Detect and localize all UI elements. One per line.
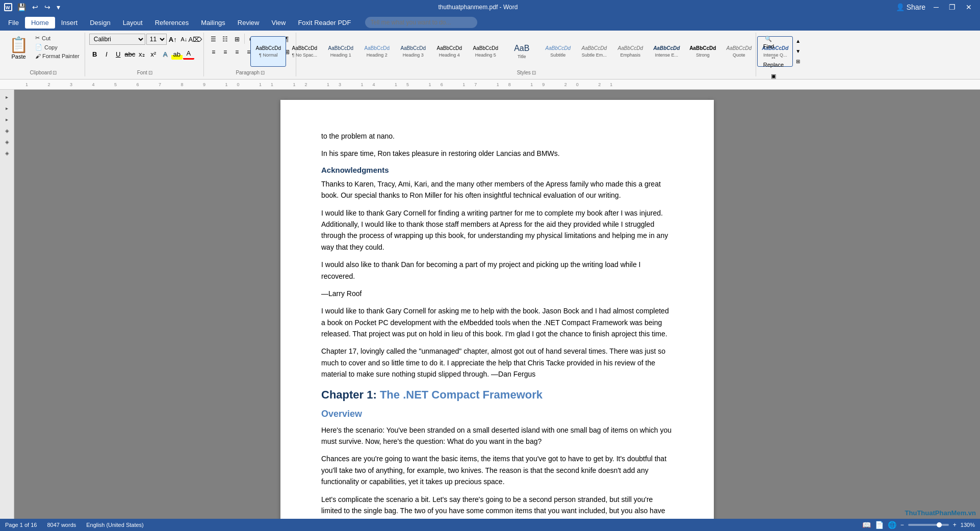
menu-foxit[interactable]: Foxit Reader PDF	[292, 17, 357, 29]
page-container[interactable]: to the problem at nano. In his spare tim…	[14, 90, 980, 519]
expand-paragraph-icon[interactable]: ⊡	[261, 70, 265, 75]
clipboard-small-buttons: ✂ Cut 📄 Copy 🖌 Format Painter	[33, 34, 82, 69]
expand-styles-button[interactable]: ⊞	[794, 57, 802, 66]
style-no-spacing[interactable]: AaBbCcDd ¶ No Spac...	[287, 36, 322, 67]
font-size-select[interactable]: 11 12 14 16	[146, 34, 167, 45]
scroll-down-button[interactable]: ▼	[794, 47, 802, 56]
style-heading2[interactable]: AaBbCcDd Heading 2	[359, 36, 395, 67]
document-area: ▸ ▸ ▸ ◈ ◈ ◈ to the problem at nano. In h…	[0, 90, 980, 519]
menu-bar: File Home Insert Design Layout Reference…	[0, 14, 980, 31]
font-name-select[interactable]: Calibri Arial Times New Roman	[89, 34, 145, 45]
style-subtitle[interactable]: AaBbCcDd Subtitle	[540, 36, 576, 67]
menu-design[interactable]: Design	[84, 17, 116, 29]
style-title[interactable]: AaB Title	[504, 36, 539, 67]
page-indicator[interactable]: Page 1 of 16	[5, 522, 37, 528]
style-normal[interactable]: AaBbCcDd ¶ Normal	[250, 36, 286, 67]
style-strong[interactable]: AaBbCcDd Strong	[685, 36, 720, 67]
style-intense-emphasis[interactable]: AaBbCcDd Intense E...	[649, 36, 684, 67]
paste-button[interactable]: 📋 Paste	[5, 34, 32, 69]
sidebar-nav-3[interactable]: ▸	[2, 114, 12, 124]
styles-label: Styles ⊡	[517, 70, 536, 75]
redo-button[interactable]: ↪	[42, 2, 53, 12]
styles-group: AaBbCcDd ¶ Normal AaBbCcDd ¶ No Spac... …	[297, 33, 756, 76]
sidebar-nav-1[interactable]: ▸	[2, 92, 12, 102]
style-emphasis[interactable]: AaBbCcDd Emphasis	[612, 36, 648, 67]
copy-button[interactable]: 📄 Copy	[33, 43, 82, 51]
bold-button[interactable]: B	[89, 48, 100, 60]
word-icon: W	[4, 3, 12, 11]
align-right-button[interactable]: ≡	[231, 46, 243, 58]
view-web-button[interactable]: 🌐	[888, 521, 896, 529]
style-quote[interactable]: AaBbCcDd Quote	[721, 36, 757, 67]
menu-insert[interactable]: Insert	[55, 17, 84, 29]
doc-para-1: In his spare time, Ron takes pleasure in…	[321, 148, 673, 159]
font-color-button[interactable]: A	[183, 48, 194, 60]
zoom-level[interactable]: 130%	[961, 522, 975, 528]
menu-references[interactable]: References	[149, 17, 195, 29]
undo-button[interactable]: ↩	[30, 2, 40, 12]
strikethrough-button[interactable]: abc	[124, 48, 136, 60]
zoom-slider[interactable]	[908, 524, 949, 526]
shrink-font-button[interactable]: A↓	[179, 34, 189, 44]
style-subtle-emphasis[interactable]: AaBbCcDd Subtle Em...	[576, 36, 612, 67]
zoom-out-button[interactable]: −	[900, 521, 904, 528]
replace-button[interactable]: ↔ Replace	[760, 52, 787, 70]
cut-button[interactable]: ✂ Cut	[33, 34, 82, 42]
styles-content: AaBbCcDd ¶ Normal AaBbCcDd ¶ No Spac... …	[250, 34, 802, 69]
font-label: Font ⊡	[137, 70, 152, 75]
italic-button[interactable]: I	[101, 48, 112, 60]
sidebar-nav-6[interactable]: ◈	[2, 148, 12, 158]
zoom-thumb	[937, 522, 942, 527]
bullets-button[interactable]: ☰	[208, 34, 219, 45]
paste-label: Paste	[11, 54, 25, 60]
view-print-button[interactable]: 📄	[875, 521, 884, 529]
expand-clipboard-icon[interactable]: ⊡	[53, 70, 57, 75]
underline-button[interactable]: U	[113, 48, 124, 60]
style-heading1[interactable]: AaBbCcDd Heading 1	[323, 36, 358, 67]
restore-button[interactable]: ❐	[945, 2, 960, 12]
doc-para-8: Here's the scenario: You've been strande…	[321, 424, 673, 447]
menu-mailings[interactable]: Mailings	[195, 17, 231, 29]
menu-review[interactable]: Review	[231, 17, 266, 29]
expand-styles-icon[interactable]: ⊡	[532, 70, 536, 75]
multilevel-button[interactable]: ⊞	[231, 34, 243, 45]
style-heading5[interactable]: AaBbCcDd Heading 5	[468, 36, 503, 67]
view-read-button[interactable]: 📖	[862, 521, 871, 529]
subscript-button[interactable]: x₂	[136, 48, 147, 60]
expand-font-icon[interactable]: ⊡	[148, 70, 152, 75]
svg-text:W: W	[6, 5, 10, 10]
title-bar-right: 👤 Share ─ ❐ ✕	[894, 2, 976, 12]
style-heading3[interactable]: AaBbCcDd Heading 3	[395, 36, 431, 67]
sidebar-nav-4[interactable]: ◈	[2, 125, 12, 136]
zoom-in-button[interactable]: +	[953, 521, 957, 528]
left-sidebar: ▸ ▸ ▸ ◈ ◈ ◈	[0, 90, 14, 519]
save-button[interactable]: 💾	[15, 2, 28, 12]
menu-file[interactable]: File	[2, 17, 25, 29]
minimize-button[interactable]: ─	[930, 2, 943, 12]
close-button[interactable]: ✕	[962, 2, 976, 12]
menu-view[interactable]: View	[265, 17, 292, 29]
menu-home[interactable]: Home	[25, 17, 55, 29]
scroll-up-button[interactable]: ▲	[794, 37, 802, 46]
sidebar-nav-5[interactable]: ◈	[2, 137, 12, 147]
center-button[interactable]: ≡	[220, 46, 231, 58]
clear-formatting-button[interactable]: A⌦	[190, 34, 200, 44]
superscript-button[interactable]: x²	[148, 48, 159, 60]
document-page: to the problem at nano. In his spare tim…	[280, 100, 714, 519]
search-input[interactable]	[365, 17, 477, 28]
grow-font-button[interactable]: A↑	[168, 34, 178, 44]
find-button[interactable]: 🔍 Find	[760, 34, 777, 51]
numbering-button[interactable]: ☷	[220, 34, 231, 45]
style-heading4[interactable]: AaBbCcDd Heading 4	[431, 36, 467, 67]
word-count[interactable]: 8047 words	[47, 522, 76, 528]
text-effects-button[interactable]: A	[160, 48, 171, 60]
menu-layout[interactable]: Layout	[117, 17, 149, 29]
sidebar-nav-2[interactable]: ▸	[2, 103, 12, 113]
align-left-button[interactable]: ≡	[208, 46, 219, 58]
status-bar: Page 1 of 16 8047 words English (United …	[0, 519, 980, 531]
text-highlight-button[interactable]: ab	[171, 48, 183, 60]
share-button[interactable]: 👤 Share	[894, 2, 927, 12]
format-painter-button[interactable]: 🖌 Format Painter	[33, 52, 82, 60]
customize-button[interactable]: ▾	[55, 2, 62, 12]
language-indicator[interactable]: English (United States)	[86, 522, 144, 528]
